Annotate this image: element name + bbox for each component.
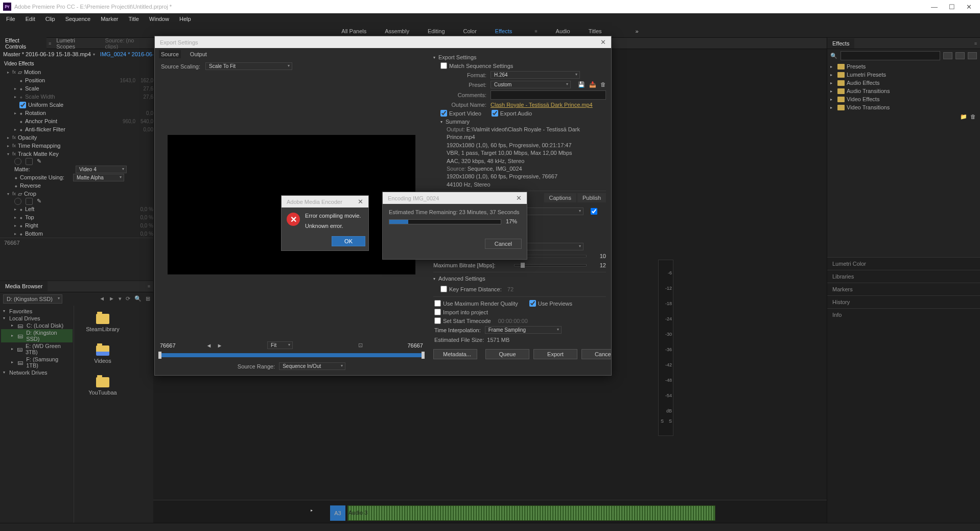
tab-media-browser[interactable]: Media Browser [0, 281, 48, 291]
ws-editing[interactable]: Editing [425, 26, 448, 36]
crop-effect[interactable]: Crop [24, 191, 36, 197]
import-preset-icon[interactable]: 📥 [589, 81, 596, 88]
forward-icon[interactable]: ► [109, 295, 114, 302]
track-expand-icon[interactable]: ▸ [311, 508, 313, 513]
mask-ellipse-icon[interactable] [14, 158, 21, 165]
ws-effects-menu-icon[interactable]: ≡ [531, 27, 540, 36]
mask-pen-icon-2[interactable]: ✎ [37, 198, 44, 205]
search-icon[interactable]: 🔍 [134, 295, 142, 302]
refresh-icon[interactable]: ⟳ [126, 295, 130, 302]
target-bitrate-value[interactable]: 10 [591, 253, 606, 259]
opacity-effect[interactable]: Opacity [18, 134, 37, 141]
fx-audio-transitions[interactable]: ▸Audio Transitions [827, 87, 980, 95]
motion-effect[interactable]: Motion [24, 69, 41, 75]
menu-window[interactable]: Window [145, 15, 173, 23]
export-tab-source[interactable]: Source [159, 50, 181, 58]
start-timecode-checkbox[interactable] [434, 317, 441, 324]
mux-checkbox[interactable] [591, 208, 597, 215]
mask-rect-icon-2[interactable] [26, 198, 33, 205]
effects-search-input[interactable] [841, 51, 940, 60]
max-bitrate-slider[interactable] [514, 264, 587, 266]
menu-clip[interactable]: Clip [41, 15, 59, 23]
time-interp-dropdown[interactable]: Frame Sampling [485, 326, 562, 334]
mask-ellipse-icon-2[interactable] [14, 198, 21, 205]
tree-favorites[interactable]: ▾Favorites [1, 308, 73, 315]
back-icon[interactable]: ◄ [99, 295, 105, 302]
matte-dropdown[interactable]: Video 4 [76, 166, 127, 173]
panel-libraries[interactable]: Libraries [827, 270, 980, 283]
save-preset-icon[interactable]: 💾 [578, 81, 585, 88]
composite-dropdown[interactable]: Matte Alpha [73, 174, 124, 181]
cancel-button[interactable]: Cancel [581, 349, 611, 359]
anchor-y[interactable]: 540,0 [141, 119, 153, 124]
export-tab-captions[interactable]: Captions [544, 193, 576, 202]
ws-color[interactable]: Color [460, 26, 480, 36]
mask-pen-icon[interactable]: ✎ [37, 158, 44, 165]
export-video-checkbox[interactable] [440, 110, 447, 117]
step-back-icon[interactable]: ◄ [206, 342, 212, 349]
menu-sequence[interactable]: Sequence [61, 15, 95, 23]
maximize-button[interactable]: ☐ [949, 3, 955, 11]
crop-top-value[interactable]: 0,0 % [140, 215, 153, 220]
export-button[interactable]: Export [533, 349, 577, 359]
source-range-dropdown[interactable]: Sequence In/Out [279, 362, 345, 370]
fx-presets[interactable]: ▸Presets [827, 62, 980, 71]
drive-dropdown[interactable]: D: (Kingston SSD) [3, 294, 62, 304]
ws-assembly[interactable]: Assembly [382, 26, 412, 36]
aspect-icon[interactable]: ⊡ [358, 342, 363, 349]
timecode-out[interactable]: 76667 [407, 342, 423, 349]
tree-drive-c[interactable]: ▸🖴C: (Local Disk) [1, 322, 73, 329]
filter-icon[interactable]: ▾ [119, 295, 122, 302]
tree-local-drives[interactable]: ▾Local Drives [1, 315, 73, 322]
timecode-in[interactable]: 76667 [160, 342, 176, 349]
import-project-checkbox[interactable] [434, 309, 441, 315]
comments-input[interactable] [491, 90, 606, 100]
tree-drive-e[interactable]: ▸🖴E: (WD Green 3TB) [1, 342, 73, 356]
minimize-button[interactable]: — [931, 3, 938, 11]
close-button[interactable]: ✕ [966, 3, 972, 11]
mask-rect-icon[interactable] [26, 158, 33, 165]
tree-drive-d[interactable]: ▸🖴D: (Kingston SSD) [1, 329, 73, 342]
panel-markers[interactable]: Markers [827, 283, 980, 295]
fx-video-transitions[interactable]: ▸Video Transitions [827, 103, 980, 111]
effects-panel-menu-icon[interactable]: ≡ [974, 41, 977, 46]
delete-icon[interactable]: 🗑 [970, 113, 976, 120]
menu-marker[interactable]: Marker [97, 15, 122, 23]
keyframe-checkbox[interactable] [440, 286, 447, 292]
error-ok-button[interactable]: OK [332, 236, 365, 246]
rotation-value[interactable]: 0,0 [146, 110, 153, 116]
ws-effects[interactable]: Effects [492, 26, 515, 36]
tab-effects[interactable]: Effects [827, 38, 854, 49]
position-y[interactable]: 162,0 [141, 78, 153, 83]
ws-overflow-icon[interactable]: » [633, 26, 642, 36]
folder-youtuubaa[interactable]: YouTuubaa [82, 377, 123, 396]
menu-file[interactable]: File [2, 15, 19, 23]
max-bitrate-value[interactable]: 12 [591, 262, 606, 268]
menu-title[interactable]: Title [124, 15, 143, 23]
panel-info[interactable]: Info [827, 308, 980, 523]
ws-titles[interactable]: Titles [586, 26, 605, 36]
metadata-button[interactable]: Metadata... [433, 349, 477, 359]
fx-audio-effects[interactable]: ▸Audio Effects [827, 79, 980, 87]
panel-history[interactable]: History [827, 295, 980, 308]
error-close-icon[interactable]: ✕ [358, 198, 363, 205]
fx-lumetri-presets[interactable]: ▸Lumetri Presets [827, 71, 980, 79]
encoding-cancel-button[interactable]: Cancel [485, 239, 522, 249]
menu-edit[interactable]: Edit [21, 15, 39, 23]
export-close-icon[interactable]: ✕ [600, 38, 606, 46]
step-fwd-icon[interactable]: ► [217, 342, 222, 349]
tree-network-drives[interactable]: ▾Network Drives [1, 369, 73, 376]
menu-help[interactable]: Help [175, 15, 195, 23]
folder-videos[interactable]: Videos [82, 345, 123, 364]
encoding-close-icon[interactable]: ✕ [516, 194, 522, 202]
export-audio-checkbox[interactable] [492, 110, 498, 117]
queue-button[interactable]: Queue [485, 349, 529, 359]
ec-sequence[interactable]: IMG_0024 * 2016-06-19 15-18-38 [100, 51, 153, 57]
export-tab-output[interactable]: Output [188, 50, 209, 58]
thumbnail-icon[interactable]: ⊞ [146, 295, 150, 302]
audio-clip[interactable] [347, 505, 715, 521]
fit-dropdown[interactable]: Fit [267, 341, 293, 349]
track-matte-effect[interactable]: Track Matte Key [18, 151, 59, 157]
range-slider[interactable] [160, 353, 423, 357]
max-render-checkbox[interactable] [434, 300, 441, 307]
